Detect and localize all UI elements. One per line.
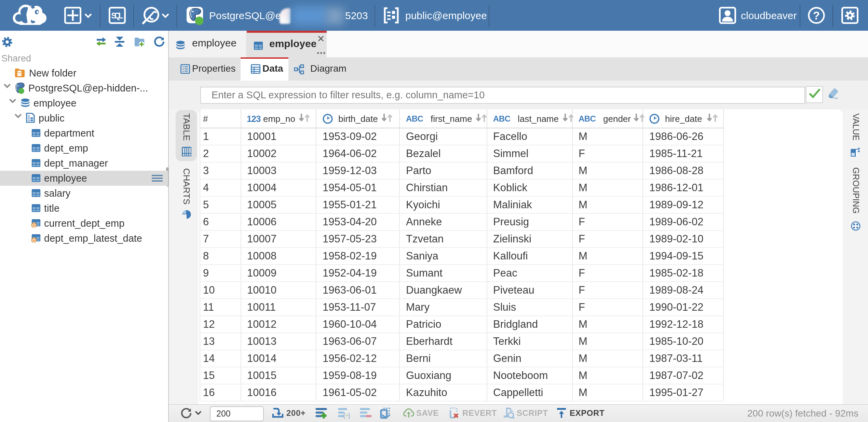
- svg-text:?: ?: [813, 9, 819, 22]
- svg-text:SQL: SQL: [111, 11, 123, 20]
- svg-text:): ): [348, 412, 350, 420]
